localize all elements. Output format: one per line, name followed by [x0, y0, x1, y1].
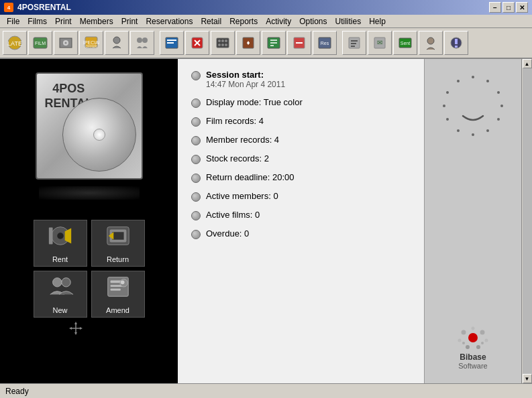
scrollbar-right: ▲ ▼ — [521, 59, 532, 383]
toolbar-btn-14[interactable] — [342, 31, 366, 55]
menu-utilities[interactable]: Utilities — [331, 15, 366, 27]
bullet-members — [191, 136, 201, 145]
svg-point-84 — [458, 339, 462, 342]
menu-print2[interactable]: Print — [117, 15, 142, 27]
display-mode-text: Display mode: True color — [206, 97, 303, 107]
return-deadline-row: Return deadline: 20:00 — [191, 172, 411, 183]
scroll-track[interactable] — [523, 68, 532, 374]
bullet-session — [191, 71, 201, 80]
film-records-text: Film records: 4 — [206, 116, 264, 126]
toolbar-btn-17[interactable] — [444, 31, 468, 55]
new-member-button[interactable]: New — [34, 271, 87, 318]
svg-point-23 — [218, 44, 221, 46]
menu-help[interactable]: Help — [365, 15, 390, 27]
session-start-row: Session start: 14:47 Mon Apr 4 2011 — [191, 70, 411, 89]
toolbar-btn-15[interactable]: ✉ — [368, 31, 392, 55]
svg-rect-60 — [110, 288, 120, 290]
svg-point-83 — [480, 330, 485, 335]
amend-button[interactable]: Amend — [91, 271, 145, 318]
svg-point-49 — [57, 233, 64, 239]
amend-icon — [105, 275, 131, 304]
bibase-logo: Bibase Software — [454, 323, 492, 370]
new-label: New — [52, 306, 67, 314]
rent-button[interactable]: Rent — [34, 220, 87, 267]
svg-text:OFFER: OFFER — [86, 44, 97, 48]
toolbar-btn-sent[interactable]: Sent — [393, 31, 417, 55]
svg-text:FILM: FILM — [35, 41, 46, 46]
toolbar-btn-5[interactable] — [105, 31, 129, 55]
toolbar-btn-6[interactable] — [130, 31, 154, 55]
return-button[interactable]: Return — [91, 220, 145, 267]
svg-point-56 — [61, 277, 70, 286]
active-films-text: Active films: 0 — [206, 210, 260, 220]
scroll-down-button[interactable]: ▼ — [523, 374, 532, 383]
svg-point-11 — [137, 38, 142, 43]
svg-rect-38 — [351, 43, 356, 44]
toolbar-btn-res[interactable]: Res — [313, 31, 337, 55]
maximize-button[interactable]: □ — [502, 2, 515, 13]
svg-point-71 — [497, 91, 500, 94]
toolbar-btn-10[interactable]: ♦ — [236, 31, 260, 55]
toolbar-btn-8[interactable] — [185, 31, 209, 55]
titlebar: 4 4POSRENTAL − □ ✕ — [0, 0, 532, 15]
close-button[interactable]: ✕ — [516, 2, 528, 13]
minimize-button[interactable]: − — [489, 2, 501, 13]
toolbar-btn-4[interactable]: SPECIALOFFER — [79, 31, 103, 55]
overdue-row: Overdue: 0 — [191, 228, 411, 239]
amend-label: Amend — [106, 306, 129, 314]
menu-options[interactable]: Options — [295, 15, 331, 27]
svg-point-73 — [497, 118, 500, 121]
clock-face — [436, 69, 510, 143]
app-icon: 4 — [4, 3, 13, 12]
menu-films[interactable]: Films — [23, 15, 51, 27]
logo-shadow — [39, 186, 140, 200]
menu-print1[interactable]: Print — [51, 15, 76, 27]
svg-rect-15 — [167, 42, 174, 44]
right-wrapper: Bibase Software ▲ ▼ — [424, 59, 532, 383]
toolbar-btn-12[interactable] — [287, 31, 311, 55]
center-panel: Session start: 14:47 Mon Apr 4 2011 Disp… — [178, 59, 424, 383]
toolbar-btn-7[interactable] — [160, 31, 184, 55]
toolbar-btn-2[interactable]: FILM — [28, 31, 52, 55]
svg-point-74 — [486, 129, 489, 132]
menu-activity[interactable]: Activity — [262, 15, 295, 27]
svg-point-24 — [221, 44, 224, 46]
svg-point-6 — [65, 42, 67, 44]
disc-center — [93, 129, 105, 141]
svg-point-75 — [472, 133, 474, 136]
svg-point-85 — [485, 339, 488, 342]
svg-point-70 — [486, 80, 489, 82]
menu-file[interactable]: File — [3, 15, 23, 27]
scroll-up-button[interactable]: ▲ — [523, 59, 532, 68]
toolbar-btn-1[interactable]: LATE — [3, 31, 27, 55]
toolbar-btn-11[interactable] — [262, 31, 286, 55]
svg-point-80 — [457, 80, 460, 82]
toolbar-btn-9[interactable] — [211, 31, 235, 55]
menu-members[interactable]: Members — [76, 15, 117, 27]
svg-point-76 — [457, 129, 460, 132]
menu-reservations[interactable]: Reservations — [142, 15, 197, 27]
svg-point-82 — [462, 330, 466, 335]
svg-point-25 — [225, 44, 227, 46]
member-records-row: Member records: 4 — [191, 135, 411, 145]
toolbar-btn-3[interactable] — [54, 31, 78, 55]
return-deadline-text: Return deadline: 20:00 — [206, 172, 295, 182]
svg-point-62 — [120, 280, 124, 284]
active-members-row: Active members: 0 — [191, 191, 411, 202]
svg-point-81 — [468, 333, 478, 342]
menu-reports[interactable]: Reports — [225, 15, 262, 27]
toolbar-btn-16[interactable] — [419, 31, 443, 55]
svg-point-89 — [462, 342, 465, 344]
menubar: File Films Print Members Print Reservati… — [0, 15, 532, 28]
svg-rect-39 — [351, 46, 355, 47]
svg-point-77 — [446, 118, 449, 121]
bullet-deadline — [191, 174, 201, 183]
return-label: Return — [107, 255, 129, 263]
left-panel: 4POSRENTAL Rent — [0, 59, 178, 383]
right-panel: Bibase Software — [424, 59, 521, 383]
menu-retail[interactable]: Retail — [197, 15, 225, 27]
svg-point-90 — [481, 342, 484, 344]
titlebar-left: 4 4POSRENTAL — [4, 3, 71, 12]
overdue-text: Overdue: 0 — [206, 228, 249, 239]
session-info: Session start: 14:47 Mon Apr 4 2011 — [206, 70, 285, 89]
